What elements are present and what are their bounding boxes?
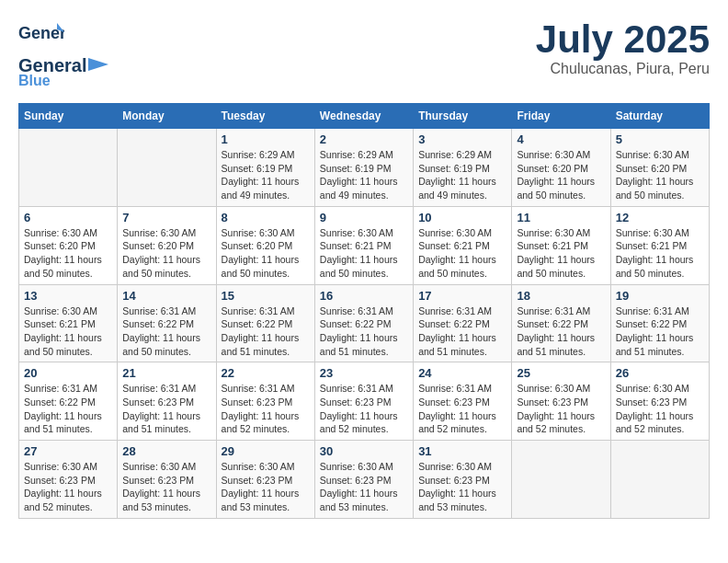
calendar-cell: 31Sunrise: 6:30 AMSunset: 6:23 PMDayligh… — [414, 441, 512, 519]
calendar-cell — [19, 129, 118, 207]
day-info: Sunrise: 6:30 AMSunset: 6:21 PMDaylight:… — [418, 226, 506, 281]
weekday-header-monday: Monday — [118, 104, 216, 129]
day-info: Sunrise: 6:29 AMSunset: 6:19 PMDaylight:… — [222, 148, 310, 202]
day-info: Sunrise: 6:30 AMSunset: 6:23 PMDaylight:… — [222, 460, 310, 514]
day-info: Sunrise: 6:30 AMSunset: 6:23 PMDaylight:… — [122, 460, 210, 514]
day-info: Sunrise: 6:31 AMSunset: 6:22 PMDaylight:… — [418, 304, 506, 359]
page-header: General General Blue July 2025 Chulucana… — [18, 18, 710, 89]
day-number: 28 — [122, 444, 210, 458]
calendar-cell: 23Sunrise: 6:31 AMSunset: 6:23 PMDayligh… — [314, 362, 413, 441]
calendar-cell: 30Sunrise: 6:30 AMSunset: 6:23 PMDayligh… — [314, 441, 413, 519]
calendar-cell: 11Sunrise: 6:30 AMSunset: 6:21 PMDayligh… — [512, 206, 610, 284]
day-number: 30 — [320, 444, 408, 458]
weekday-header-wednesday: Wednesday — [314, 104, 413, 129]
day-number: 2 — [320, 132, 408, 146]
location-subtitle: Chulucanas, Piura, Peru — [536, 61, 710, 77]
day-info: Sunrise: 6:31 AMSunset: 6:22 PMDaylight:… — [320, 304, 408, 359]
day-number: 18 — [517, 289, 605, 303]
calendar-cell: 19Sunrise: 6:31 AMSunset: 6:22 PMDayligh… — [610, 284, 709, 362]
day-number: 19 — [616, 289, 704, 303]
calendar-cell: 28Sunrise: 6:30 AMSunset: 6:23 PMDayligh… — [118, 441, 216, 519]
logo-blue-text: Blue — [18, 73, 51, 89]
day-number: 11 — [517, 211, 605, 224]
day-number: 29 — [222, 444, 310, 458]
day-info: Sunrise: 6:30 AMSunset: 6:23 PMDaylight:… — [418, 460, 506, 514]
weekday-header-tuesday: Tuesday — [216, 104, 314, 129]
title-section: July 2025 Chulucanas, Piura, Peru — [536, 18, 710, 77]
day-info: Sunrise: 6:31 AMSunset: 6:22 PMDaylight:… — [24, 382, 112, 436]
calendar-cell: 10Sunrise: 6:30 AMSunset: 6:21 PMDayligh… — [414, 206, 512, 284]
weekday-header-saturday: Saturday — [610, 104, 709, 129]
day-number: 5 — [616, 132, 704, 146]
day-info: Sunrise: 6:30 AMSunset: 6:20 PMDaylight:… — [222, 226, 310, 281]
calendar-cell: 20Sunrise: 6:31 AMSunset: 6:22 PMDayligh… — [19, 362, 118, 441]
day-number: 13 — [24, 289, 112, 303]
day-number: 14 — [122, 289, 210, 303]
day-number: 12 — [616, 211, 704, 224]
day-number: 6 — [24, 211, 112, 224]
day-number: 20 — [24, 366, 112, 380]
calendar-cell: 15Sunrise: 6:31 AMSunset: 6:22 PMDayligh… — [216, 284, 314, 362]
weekday-header-thursday: Thursday — [414, 104, 512, 129]
calendar-cell: 14Sunrise: 6:31 AMSunset: 6:22 PMDayligh… — [118, 284, 216, 362]
day-number: 8 — [222, 211, 310, 224]
day-info: Sunrise: 6:30 AMSunset: 6:23 PMDaylight:… — [24, 460, 112, 514]
calendar-cell: 2Sunrise: 6:29 AMSunset: 6:19 PMDaylight… — [314, 129, 413, 207]
day-info: Sunrise: 6:30 AMSunset: 6:23 PMDaylight:… — [320, 460, 408, 514]
day-number: 9 — [320, 211, 408, 224]
day-number: 27 — [24, 444, 112, 458]
day-info: Sunrise: 6:31 AMSunset: 6:22 PMDaylight:… — [222, 304, 310, 359]
svg-marker-2 — [88, 58, 108, 71]
calendar-cell: 13Sunrise: 6:30 AMSunset: 6:21 PMDayligh… — [19, 284, 118, 362]
day-number: 25 — [517, 366, 605, 380]
calendar-week-4: 20Sunrise: 6:31 AMSunset: 6:22 PMDayligh… — [19, 362, 710, 441]
day-number: 24 — [418, 366, 506, 380]
day-number: 16 — [320, 289, 408, 303]
calendar-cell: 7Sunrise: 6:30 AMSunset: 6:20 PMDaylight… — [118, 206, 216, 284]
day-info: Sunrise: 6:31 AMSunset: 6:23 PMDaylight:… — [122, 382, 210, 436]
day-number: 26 — [616, 366, 704, 380]
day-info: Sunrise: 6:31 AMSunset: 6:23 PMDaylight:… — [222, 382, 310, 436]
weekday-header-sunday: Sunday — [19, 104, 118, 129]
calendar-week-3: 13Sunrise: 6:30 AMSunset: 6:21 PMDayligh… — [19, 284, 710, 362]
calendar-cell: 22Sunrise: 6:31 AMSunset: 6:23 PMDayligh… — [216, 362, 314, 441]
day-info: Sunrise: 6:30 AMSunset: 6:23 PMDaylight:… — [517, 382, 605, 436]
calendar-cell: 1Sunrise: 6:29 AMSunset: 6:19 PMDaylight… — [216, 129, 314, 207]
day-number: 21 — [122, 366, 210, 380]
calendar-cell: 18Sunrise: 6:31 AMSunset: 6:22 PMDayligh… — [512, 284, 610, 362]
day-number: 3 — [418, 132, 506, 146]
day-info: Sunrise: 6:30 AMSunset: 6:20 PMDaylight:… — [517, 148, 605, 202]
logo-arrow-icon — [88, 56, 108, 73]
calendar-cell: 5Sunrise: 6:30 AMSunset: 6:20 PMDaylight… — [610, 129, 709, 207]
calendar-week-2: 6Sunrise: 6:30 AMSunset: 6:20 PMDaylight… — [19, 206, 710, 284]
day-number: 7 — [122, 211, 210, 224]
calendar-cell: 8Sunrise: 6:30 AMSunset: 6:20 PMDaylight… — [216, 206, 314, 284]
day-info: Sunrise: 6:30 AMSunset: 6:21 PMDaylight:… — [517, 226, 605, 281]
calendar-week-5: 27Sunrise: 6:30 AMSunset: 6:23 PMDayligh… — [19, 441, 710, 519]
day-info: Sunrise: 6:30 AMSunset: 6:21 PMDaylight:… — [320, 226, 408, 281]
day-info: Sunrise: 6:29 AMSunset: 6:19 PMDaylight:… — [320, 148, 408, 202]
calendar-cell: 29Sunrise: 6:30 AMSunset: 6:23 PMDayligh… — [216, 441, 314, 519]
weekday-header-row: SundayMondayTuesdayWednesdayThursdayFrid… — [19, 104, 710, 129]
calendar-cell: 27Sunrise: 6:30 AMSunset: 6:23 PMDayligh… — [19, 441, 118, 519]
day-info: Sunrise: 6:30 AMSunset: 6:21 PMDaylight:… — [616, 226, 704, 281]
calendar-week-1: 1Sunrise: 6:29 AMSunset: 6:19 PMDaylight… — [19, 129, 710, 207]
calendar-cell: 12Sunrise: 6:30 AMSunset: 6:21 PMDayligh… — [610, 206, 709, 284]
calendar-cell: 6Sunrise: 6:30 AMSunset: 6:20 PMDaylight… — [19, 206, 118, 284]
day-info: Sunrise: 6:31 AMSunset: 6:22 PMDaylight:… — [616, 304, 704, 359]
day-info: Sunrise: 6:30 AMSunset: 6:21 PMDaylight:… — [24, 304, 112, 359]
day-info: Sunrise: 6:31 AMSunset: 6:23 PMDaylight:… — [418, 382, 506, 436]
calendar-cell — [118, 129, 216, 207]
day-info: Sunrise: 6:30 AMSunset: 6:20 PMDaylight:… — [616, 148, 704, 202]
calendar-cell: 26Sunrise: 6:30 AMSunset: 6:23 PMDayligh… — [610, 362, 709, 441]
day-number: 31 — [418, 444, 506, 458]
day-number: 1 — [222, 132, 310, 146]
calendar-cell: 3Sunrise: 6:29 AMSunset: 6:19 PMDaylight… — [414, 129, 512, 207]
calendar-table: SundayMondayTuesdayWednesdayThursdayFrid… — [18, 103, 710, 519]
calendar-cell: 25Sunrise: 6:30 AMSunset: 6:23 PMDayligh… — [512, 362, 610, 441]
day-info: Sunrise: 6:29 AMSunset: 6:19 PMDaylight:… — [418, 148, 506, 202]
logo: General General Blue — [18, 18, 108, 89]
calendar-cell: 4Sunrise: 6:30 AMSunset: 6:20 PMDaylight… — [512, 129, 610, 207]
day-number: 15 — [222, 289, 310, 303]
calendar-cell: 17Sunrise: 6:31 AMSunset: 6:22 PMDayligh… — [414, 284, 512, 362]
